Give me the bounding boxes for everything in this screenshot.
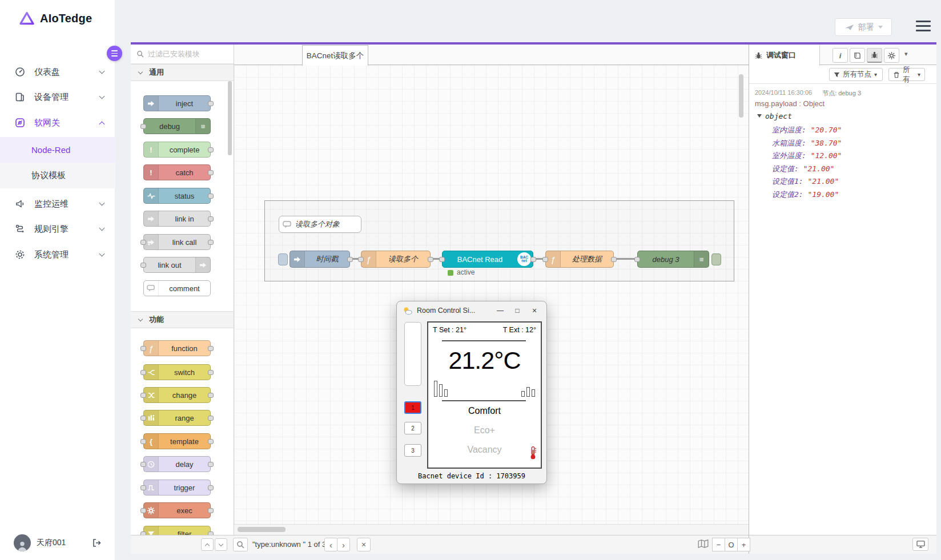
- port[interactable]: [140, 439, 146, 444]
- debug-object-root[interactable]: object: [757, 112, 792, 120]
- palette-node-range[interactable]: range: [143, 410, 211, 426]
- setpoint-slider[interactable]: [404, 322, 421, 386]
- port[interactable]: [428, 257, 433, 262]
- canvas-horizontal-scroll-track[interactable]: [234, 524, 749, 535]
- port[interactable]: [208, 462, 214, 467]
- port[interactable]: [140, 240, 146, 245]
- maximize-button[interactable]: □: [511, 307, 524, 315]
- port[interactable]: [208, 240, 214, 245]
- canvas-vertical-scrollbar[interactable]: [739, 74, 743, 118]
- caret-down-icon[interactable]: [878, 26, 883, 29]
- flow-node-bacnet-read[interactable]: BACnet Read BACnet: [442, 251, 533, 268]
- flow-node-debug3[interactable]: debug 3 ≡: [637, 251, 709, 268]
- palette-node-switch[interactable]: switch: [143, 364, 211, 380]
- port[interactable]: [208, 216, 214, 221]
- minimize-button[interactable]: —: [494, 307, 506, 315]
- sidebar-item-protocol-template[interactable]: 协议模板: [0, 163, 115, 188]
- sidebar-item-gateway[interactable]: 软网关: [0, 111, 115, 135]
- port[interactable]: [140, 393, 146, 398]
- port[interactable]: [208, 439, 214, 444]
- palette-node-delay[interactable]: delay: [143, 456, 211, 472]
- port[interactable]: [140, 124, 146, 129]
- port[interactable]: [208, 485, 214, 490]
- room-control-window[interactable]: Room Control Si... — □ × 1 2 3 T Set : 2…: [396, 301, 547, 484]
- palette-scroll-up-button[interactable]: [201, 538, 214, 551]
- palette-scrollbar[interactable]: [228, 81, 232, 155]
- inject-trigger-button[interactable]: [278, 253, 288, 265]
- collapse-caret-icon[interactable]: [757, 114, 762, 118]
- tab-debug-window[interactable]: 调试窗口: [749, 45, 820, 66]
- search-next-button[interactable]: ›: [337, 538, 350, 551]
- palette-scroll-down-button[interactable]: [215, 538, 227, 551]
- palette-node-template[interactable]: { template: [143, 433, 211, 449]
- sidebar-collapse-button[interactable]: [107, 46, 122, 61]
- palette-node-function[interactable]: ƒ function: [143, 340, 211, 356]
- zoom-reset-button[interactable]: O: [725, 538, 738, 551]
- palette-node-status[interactable]: status: [143, 188, 211, 204]
- palette-node-comment[interactable]: comment: [143, 280, 211, 296]
- palette-search-input[interactable]: [148, 50, 225, 58]
- port[interactable]: [140, 370, 146, 375]
- tab-bacnet-read[interactable]: BACnet读取多个: [302, 45, 368, 66]
- zoom-out-button[interactable]: −: [712, 538, 725, 551]
- search-icon-button[interactable]: [233, 538, 248, 551]
- search-prev-button[interactable]: ‹: [324, 538, 337, 551]
- debug-tab-button[interactable]: [867, 48, 882, 63]
- main-menu-icon[interactable]: [916, 21, 931, 31]
- sidebar-caret-icon[interactable]: ▾: [904, 50, 908, 58]
- flow-node-process-data[interactable]: ƒ 处理数据: [545, 251, 614, 268]
- port[interactable]: [208, 147, 214, 152]
- port[interactable]: [208, 101, 214, 106]
- search-close-button[interactable]: ×: [357, 538, 371, 551]
- port[interactable]: [358, 257, 364, 262]
- palette-category-common[interactable]: 通用: [131, 64, 234, 81]
- search-result-text[interactable]: "type:unknown " 1 of 3: [252, 540, 326, 549]
- port[interactable]: [208, 393, 214, 398]
- mode-vacancy[interactable]: Vacancy: [428, 445, 541, 455]
- palette-node-complete[interactable]: ! complete: [143, 142, 211, 158]
- palette-node-link-in[interactable]: link in: [143, 211, 211, 227]
- comment-node[interactable]: 读取多个对象: [279, 216, 361, 233]
- debug-clear-button[interactable]: 所有 ▾: [888, 68, 925, 81]
- info-tab-button[interactable]: i: [833, 48, 848, 63]
- preset-button-2[interactable]: 2: [404, 422, 421, 434]
- port[interactable]: [208, 346, 214, 351]
- palette-node-catch[interactable]: ! catch: [143, 164, 211, 180]
- palette-node-exec[interactable]: exec: [143, 502, 211, 518]
- avatar[interactable]: [14, 534, 31, 551]
- sidebar-item-system[interactable]: 系统管理: [0, 243, 115, 267]
- flow-group[interactable]: [264, 200, 734, 281]
- flow-node-read-multiple[interactable]: ƒ 读取多个: [361, 251, 431, 268]
- port[interactable]: [611, 257, 617, 262]
- port[interactable]: [140, 485, 146, 490]
- port[interactable]: [208, 194, 214, 199]
- port[interactable]: [208, 370, 214, 375]
- preset-button-1[interactable]: 1: [404, 401, 421, 414]
- palette-node-debug[interactable]: debug ≡: [143, 118, 211, 134]
- debug-enable-toggle[interactable]: [711, 253, 721, 265]
- mode-comfort[interactable]: Comfort: [428, 406, 541, 416]
- sidebar-item-node-red[interactable]: Node-Red: [0, 137, 115, 163]
- port[interactable]: [530, 257, 536, 262]
- zoom-in-button[interactable]: +: [737, 538, 750, 551]
- port[interactable]: [140, 263, 146, 268]
- port[interactable]: [208, 508, 214, 513]
- port[interactable]: [140, 462, 146, 467]
- port[interactable]: [542, 257, 548, 262]
- flow-node-inject[interactable]: 时间戳: [289, 251, 350, 268]
- sidebar-item-dashboard[interactable]: 仪表盘: [0, 60, 115, 84]
- help-tab-button[interactable]: [850, 48, 865, 63]
- palette-node-change[interactable]: change: [143, 387, 211, 403]
- palette-node-link-call[interactable]: link call: [143, 234, 211, 250]
- sidebar-item-devices[interactable]: 设备管理: [0, 85, 115, 109]
- debug-filter-button[interactable]: 所有节点 ▾: [829, 68, 883, 81]
- deploy-button[interactable]: 部署: [835, 18, 892, 36]
- port[interactable]: [347, 257, 353, 262]
- preset-button-3[interactable]: 3: [404, 444, 421, 457]
- close-button[interactable]: ×: [528, 306, 541, 315]
- port[interactable]: [140, 346, 146, 351]
- config-tab-button[interactable]: [884, 48, 899, 63]
- port[interactable]: [140, 508, 146, 513]
- canvas-horizontal-scrollbar[interactable]: [238, 527, 285, 532]
- port[interactable]: [208, 416, 214, 421]
